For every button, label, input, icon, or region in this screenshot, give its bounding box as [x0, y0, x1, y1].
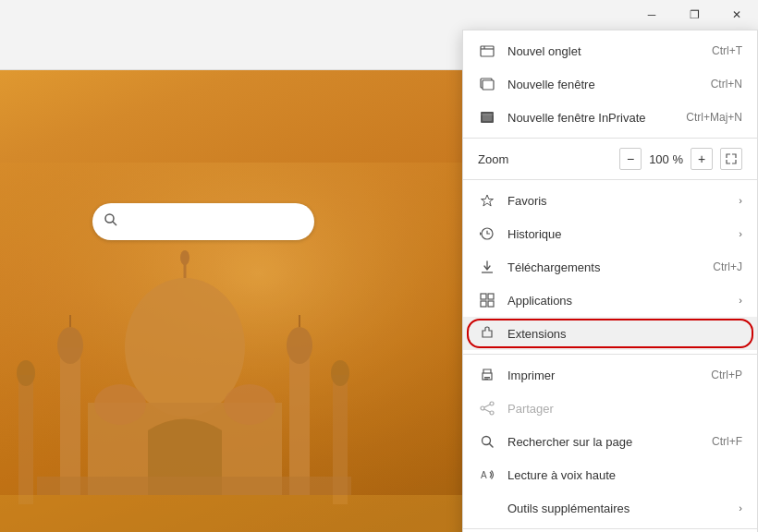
svg-line-49: [490, 444, 494, 448]
divider-1: [463, 138, 757, 139]
menu-item-extensions[interactable]: Extensions: [463, 317, 757, 350]
svg-line-47: [484, 409, 490, 412]
menu-item-new-tab[interactable]: Nouvel onglet Ctrl+T: [463, 34, 757, 67]
svg-rect-37: [488, 294, 494, 299]
favorites-arrow: ›: [739, 195, 742, 206]
applications-arrow: ›: [739, 295, 742, 306]
svg-point-24: [105, 214, 114, 223]
read-aloud-icon: A: [478, 466, 496, 484]
svg-point-45: [490, 411, 494, 415]
history-label: Historique: [507, 227, 735, 241]
titlebar: ─ ❐ ✕: [0, 0, 758, 30]
menu-item-applications[interactable]: Applications ›: [463, 284, 757, 317]
menu-item-private-window[interactable]: Nouvelle fenêtre InPrivate Ctrl+Maj+N: [463, 101, 757, 134]
titlebar-controls: ─ ❐ ✕: [630, 0, 758, 30]
find-shortcut: Ctrl+F: [712, 435, 742, 448]
new-window-shortcut: Ctrl+N: [711, 78, 742, 91]
applications-icon: [478, 291, 496, 309]
new-window-icon: [478, 75, 496, 93]
favorites-label: Favoris: [507, 194, 735, 208]
menu-item-favorites[interactable]: Favoris ›: [463, 184, 757, 217]
close-button[interactable]: ✕: [715, 0, 758, 30]
svg-text:A: A: [481, 470, 487, 480]
downloads-shortcut: Ctrl+J: [713, 260, 742, 273]
private-window-icon: [478, 108, 496, 127]
zoom-expand-button[interactable]: [720, 148, 742, 170]
private-window-shortcut: Ctrl+Maj+N: [686, 111, 742, 124]
print-shortcut: Ctrl+P: [711, 369, 742, 381]
zoom-label: Zoom: [478, 152, 619, 166]
svg-rect-42: [484, 379, 488, 380]
menu-item-new-window[interactable]: Nouvelle fenêtre Ctrl+N: [463, 67, 757, 101]
new-tab-label: Nouvel onglet: [507, 44, 704, 58]
zoom-value: 100 %: [649, 152, 683, 166]
new-tab-shortcut: Ctrl+T: [712, 44, 742, 57]
extensions-icon: [478, 324, 496, 343]
new-tab-icon: [478, 42, 496, 60]
menu-item-history[interactable]: Historique ›: [463, 217, 757, 250]
share-label: Partager: [507, 402, 742, 416]
svg-rect-41: [484, 377, 490, 379]
print-label: Imprimer: [507, 369, 703, 382]
divider-4: [463, 528, 757, 529]
new-window-label: Nouvelle fenêtre: [507, 78, 703, 91]
find-label: Rechercher sur la page: [507, 435, 704, 449]
history-arrow: ›: [739, 228, 742, 239]
divider-2: [463, 179, 757, 180]
svg-line-46: [484, 405, 490, 407]
downloads-label: Téléchargements: [507, 260, 705, 274]
svg-point-43: [490, 402, 494, 405]
menu-item-downloads[interactable]: Téléchargements Ctrl+J: [463, 250, 757, 284]
divider-3: [463, 354, 757, 355]
menu-item-share: Partager: [463, 392, 757, 425]
context-menu: Nouvel onglet Ctrl+T Nouvelle fenêtre Ct…: [462, 30, 758, 532]
find-icon: [478, 432, 496, 451]
print-icon: [478, 366, 496, 384]
menu-item-print[interactable]: Imprimer Ctrl+P: [463, 358, 757, 392]
search-icon: [104, 212, 118, 231]
maximize-button[interactable]: ❐: [673, 0, 715, 30]
svg-rect-36: [481, 294, 486, 299]
applications-label: Applications: [507, 294, 735, 308]
downloads-icon: [478, 258, 496, 276]
read-aloud-label: Lecture à voix haute: [507, 468, 742, 482]
svg-rect-26: [481, 46, 494, 56]
private-window-label: Nouvelle fenêtre InPrivate: [507, 111, 679, 125]
favorites-menu-icon: [478, 191, 496, 210]
svg-rect-38: [481, 301, 486, 307]
svg-rect-30: [483, 80, 494, 90]
menu-item-find[interactable]: Rechercher sur la page Ctrl+F: [463, 425, 757, 458]
zoom-minus-button[interactable]: −: [619, 148, 642, 170]
search-svg-icon: [104, 212, 118, 227]
svg-point-44: [481, 406, 484, 410]
history-icon: [478, 224, 496, 243]
more-tools-label: Outils supplémentaires: [507, 502, 735, 515]
more-tools-arrow: ›: [739, 502, 742, 514]
search-box[interactable]: [92, 203, 314, 240]
zoom-plus-button[interactable]: +: [691, 148, 713, 170]
extensions-label: Extensions: [507, 327, 742, 341]
minimize-button[interactable]: ─: [630, 0, 673, 30]
more-tools-icon: [478, 499, 496, 517]
svg-rect-39: [488, 301, 494, 307]
menu-item-more-tools[interactable]: Outils supplémentaires ›: [463, 491, 757, 525]
menu-item-read-aloud[interactable]: A Lecture à voix haute: [463, 458, 757, 491]
zoom-row: Zoom − 100 % +: [463, 142, 757, 175]
svg-rect-40: [483, 373, 492, 380]
svg-line-25: [113, 222, 116, 225]
share-icon: [478, 399, 496, 417]
zoom-controls: − 100 % +: [619, 148, 742, 170]
